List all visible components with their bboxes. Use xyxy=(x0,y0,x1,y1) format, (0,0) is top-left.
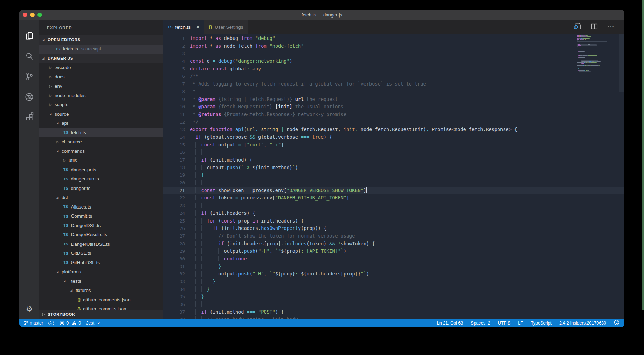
tab-fetch-ts[interactable]: TS fetch.ts ✕ xyxy=(163,20,204,34)
git-branch-indicator[interactable]: master xyxy=(23,320,43,326)
sync-publish-button[interactable] xyxy=(48,320,54,326)
open-editor-item-fetch-ts[interactable]: TS fetch.ts source/api xyxy=(39,45,163,54)
code-line[interactable]: 35 } xyxy=(163,293,624,301)
code-line[interactable]: 8 * xyxy=(163,88,624,96)
encoding-setting[interactable]: UTF-8 xyxy=(498,321,510,326)
tree-file-fetch.ts[interactable]: TSfetch.ts xyxy=(39,128,163,137)
code-line[interactable]: 15 const output = ["curl", "-i"] xyxy=(163,141,624,149)
indentation-setting[interactable]: Spaces: 2 xyxy=(471,321,490,326)
split-editor-icon[interactable] xyxy=(591,23,598,32)
code-line[interactable]: 21 const showToken = process.env["DANGER… xyxy=(163,187,624,194)
tree-folder-dsl[interactable]: ◢dsl xyxy=(39,193,163,203)
code-editor[interactable]: 1import * as debug from "debug"2import *… xyxy=(163,34,624,319)
search-icon[interactable] xyxy=(19,46,39,66)
close-window-button[interactable] xyxy=(23,13,27,17)
code-line[interactable]: 30 continue xyxy=(163,255,624,263)
code-line[interactable]: 17 if (init.method) { xyxy=(163,156,624,164)
problems-indicator[interactable]: 0 0 xyxy=(60,321,81,326)
source-control-icon[interactable] xyxy=(19,66,39,87)
tree-folder-scripts[interactable]: ▷scripts xyxy=(39,100,163,110)
code-line[interactable]: 10 * @param {fetch.RequestInit} [init] t… xyxy=(163,103,624,111)
code-line[interactable]: 34 } xyxy=(163,286,624,293)
code-line[interactable]: 13export function api(url: string | node… xyxy=(163,126,624,134)
code-line[interactable]: 1import * as debug from "debug" xyxy=(163,35,624,42)
tree-folder-commands[interactable]: ◢commands xyxy=(39,146,163,156)
tree-file-danger-run.ts[interactable]: TSdanger-run.ts xyxy=(39,175,163,184)
feedback-smiley-icon[interactable] xyxy=(614,320,619,326)
code-line[interactable]: 4const d = debug("danger:networking") xyxy=(163,57,624,65)
tree-file-GitDSL.ts[interactable]: TSGitDSL.ts xyxy=(39,249,163,258)
project-header[interactable]: ◢ DANGER-JS xyxy=(39,54,163,63)
code-line[interactable]: 3 xyxy=(163,50,624,57)
code-line[interactable]: 18 output.push(`-X ${init.method}`) xyxy=(163,164,624,172)
tree-file-DangerUtilsDSL.ts[interactable]: TSDangerUtilsDSL.ts xyxy=(39,239,163,249)
tree-folder-env[interactable]: ▷env xyxy=(39,82,163,91)
code-line[interactable]: 23 xyxy=(163,202,624,210)
tree-file-github_comments.json[interactable]: {}github_comments.json xyxy=(39,295,163,305)
tree-file-DangerResults.ts[interactable]: TSDangerResults.ts xyxy=(39,230,163,240)
tab-user-settings[interactable]: {} User Settings xyxy=(204,20,248,34)
code-line[interactable]: 38 // const body:string = init.body xyxy=(163,316,624,319)
tree-folder-fixtures[interactable]: ◢fixtures xyxy=(39,286,163,295)
open-editors-header[interactable]: ◢ OPEN EDITORS xyxy=(39,35,163,45)
tree-file-danger.ts[interactable]: TSdanger.ts xyxy=(39,184,163,193)
minimap[interactable] xyxy=(577,35,618,72)
code-line[interactable]: 36 xyxy=(163,301,624,308)
code-line[interactable]: 16 xyxy=(163,149,624,156)
tree-folder-ci_source[interactable]: ▷ci_source xyxy=(39,137,163,147)
zoom-window-button[interactable] xyxy=(37,13,42,17)
typescript-version[interactable]: 2.4.2-insiders.20170630 xyxy=(559,321,606,326)
explorer-icon[interactable] xyxy=(19,26,39,46)
code-line[interactable]: 5declare const global: any xyxy=(163,65,624,73)
code-line[interactable]: 29 output.push("-H", `"${prop}: [API TOK… xyxy=(163,247,624,255)
close-tab-icon[interactable]: ✕ xyxy=(196,25,200,29)
code-line[interactable]: 14 if (global.verbose && global.verbose … xyxy=(163,134,624,141)
code-line[interactable]: 19 } xyxy=(163,171,624,179)
tree-file-Aliases.ts[interactable]: TSAliases.ts xyxy=(39,202,163,212)
screen-edge-artifact xyxy=(642,0,644,310)
tree-folder-node_modules[interactable]: ▷node_modules xyxy=(39,91,163,100)
code-line[interactable]: 12 */ xyxy=(163,118,624,126)
code-line[interactable]: 25 for (const prop in init.headers) { xyxy=(163,217,624,225)
code-line[interactable]: 6/** xyxy=(163,73,624,80)
settings-gear-icon[interactable]: ⚙ xyxy=(19,302,39,316)
debug-icon[interactable] xyxy=(19,87,39,107)
code-line[interactable]: 2import * as node_fetch from "node-fetch… xyxy=(163,42,624,50)
tree-file-GitHubDSL.ts[interactable]: TSGitHubDSL.ts xyxy=(39,258,163,267)
tree-folder-api[interactable]: ◢api xyxy=(39,119,163,128)
code-line[interactable]: 26 if (init.headers.hasOwnProperty(prop)… xyxy=(163,225,624,232)
code-line[interactable]: 24 if (init.headers) { xyxy=(163,210,624,217)
code-line[interactable]: 37 if (init.method === "POST") { xyxy=(163,308,624,316)
eol-setting[interactable]: LF xyxy=(518,321,523,326)
tree-folder-utils[interactable]: ▷utils xyxy=(39,156,163,165)
more-actions-icon[interactable]: ··· xyxy=(608,23,615,30)
code-line[interactable]: 9 * @param {(string | fetch.Request)} ur… xyxy=(163,96,624,103)
extensions-icon[interactable] xyxy=(19,107,39,127)
open-preview-icon[interactable] xyxy=(574,22,581,32)
tree-folder-_tests[interactable]: ◢_tests xyxy=(39,277,163,286)
code-line[interactable]: 28 if (init.headers[prop].includes(token… xyxy=(163,240,624,248)
code-line[interactable]: 7 * Adds logging to every fetch request … xyxy=(163,80,624,88)
tree-folder-docs[interactable]: ▷docs xyxy=(39,72,163,82)
editor-scrollbar[interactable] xyxy=(618,34,624,319)
tree-file-DangerDSL.ts[interactable]: TSDangerDSL.ts xyxy=(39,221,163,230)
tree-file-Commit.ts[interactable]: TSCommit.ts xyxy=(39,212,163,221)
language-mode[interactable]: TypeScript xyxy=(531,321,552,326)
code-line[interactable]: 22 const token = process.env["DANGER_GIT… xyxy=(163,194,624,202)
jest-status[interactable]: Jest: ✓ xyxy=(86,320,101,326)
tree-folder-source[interactable]: ◢source xyxy=(39,109,163,119)
minimize-window-button[interactable] xyxy=(30,13,35,17)
tree-folder-platforms[interactable]: ◢platforms xyxy=(39,267,163,277)
scrollbar-thumb[interactable] xyxy=(619,34,624,92)
code-line[interactable]: 33 } xyxy=(163,278,624,286)
tree-file-danger-pr.ts[interactable]: TSdanger-pr.ts xyxy=(39,165,163,175)
code-line[interactable]: 27 // Don't show the token for normal ve… xyxy=(163,232,624,240)
code-line[interactable]: 11 * @returns {Promise<fetch.Response>} … xyxy=(163,111,624,118)
line-number: 17 xyxy=(163,156,185,164)
cursor-position[interactable]: Ln 21, Col 63 xyxy=(437,321,463,326)
storybook-header[interactable]: ▷ STORYBOOK xyxy=(39,310,163,319)
tree-folder-.vscode[interactable]: ▷.vscode xyxy=(39,63,163,73)
code-line[interactable]: 31 } xyxy=(163,263,624,271)
code-line[interactable]: 32 output.push("-H", `"${prop}: ${init.h… xyxy=(163,270,624,278)
code-line[interactable]: 20 xyxy=(163,179,624,187)
